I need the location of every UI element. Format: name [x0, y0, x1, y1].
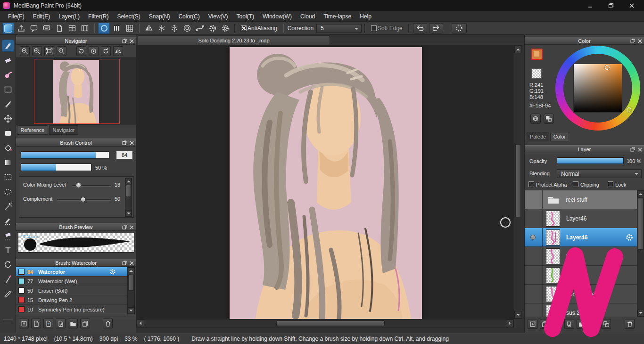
brush-row[interactable]: 77 Watercolor (Wet) [16, 277, 127, 286]
edit-brush-button[interactable] [56, 319, 66, 328]
smudge-tool[interactable] [2, 69, 14, 81]
restore-button[interactable] [601, 0, 621, 11]
soft-edge-checkbox[interactable] [371, 25, 377, 31]
magic-wand-tool[interactable] [2, 200, 14, 213]
scroll-up-button[interactable] [125, 178, 132, 184]
protect-alpha-checkbox[interactable] [528, 181, 534, 187]
workspace-button[interactable] [79, 23, 91, 34]
menu-help[interactable]: Help [355, 11, 376, 22]
toolstrip-grip[interactable] [3, 319, 13, 321]
float-panel-icon[interactable] [630, 38, 636, 44]
tab-navigator[interactable]: Navigator [49, 125, 78, 135]
canvas-artwork[interactable] [230, 47, 422, 319]
move-tool[interactable] [2, 113, 14, 125]
stylus-tool[interactable] [2, 273, 14, 286]
settings-gear-button[interactable] [219, 23, 231, 34]
gradient-tool[interactable] [2, 156, 14, 169]
brush-row[interactable]: 50 Eraser (Soft) [16, 286, 127, 295]
scroll-thumb[interactable] [515, 144, 521, 217]
color-mixing-slider[interactable] [72, 185, 111, 187]
nav-zoom-in-button[interactable] [32, 46, 42, 56]
chat-panel-button[interactable] [41, 23, 52, 34]
float-panel-icon[interactable] [122, 38, 127, 44]
undo-button[interactable] [413, 23, 427, 33]
complement-slider[interactable] [57, 199, 111, 201]
tab-color[interactable]: Color [550, 132, 569, 141]
transparent-color-swatch[interactable] [531, 68, 542, 79]
nav-zoom-out-button[interactable] [20, 46, 30, 56]
close-panel-icon[interactable] [637, 147, 643, 152]
nav-fit-button[interactable] [44, 46, 54, 56]
brush-size-slider[interactable] [21, 151, 109, 159]
tab-reference[interactable]: Reference [17, 125, 48, 135]
add-brush-button[interactable] [31, 319, 41, 328]
brush-row[interactable]: 84 Watercolor [16, 267, 127, 277]
delete-brush-button[interactable] [103, 319, 113, 328]
pen-tool[interactable] [2, 98, 14, 110]
menu-file[interactable]: File(F) [4, 11, 29, 22]
menu-timelapse[interactable]: Time-lapse [319, 11, 355, 22]
document-tab[interactable]: Solo Doodling 2.20.23 to_.mdp [138, 35, 330, 45]
nav-rotate-reset-button[interactable] [89, 46, 99, 56]
swap-colors-button[interactable] [544, 114, 554, 124]
menu-tool[interactable]: Tool(T) [232, 11, 258, 22]
scroll-up-button[interactable] [514, 46, 522, 53]
brush-row[interactable]: 10 Symmetry Pen (no pressure) [16, 305, 127, 314]
menu-color[interactable]: Color(C) [174, 11, 204, 22]
web-color-button[interactable] [530, 114, 541, 124]
curve-button[interactable] [194, 23, 206, 34]
float-panel-icon[interactable] [122, 224, 127, 230]
copy-brush-button[interactable] [80, 319, 90, 328]
menu-cloud[interactable]: Cloud [296, 11, 319, 22]
rotate-view-tool[interactable] [2, 259, 14, 271]
tone-button[interactable] [111, 23, 123, 34]
frame-tool[interactable] [2, 83, 14, 96]
layer-row-folder[interactable]: reel stuff [525, 190, 637, 209]
lock-checkbox[interactable] [608, 181, 613, 187]
close-panel-icon[interactable] [129, 140, 134, 146]
scroll-left-button[interactable] [137, 319, 144, 327]
layer-opacity-slider[interactable] [557, 157, 624, 164]
scroll-right-button[interactable] [506, 319, 513, 327]
tab-palette[interactable]: Palette [527, 132, 549, 141]
nav-rotate-cw-button[interactable] [101, 46, 111, 56]
add-layer-button[interactable] [528, 319, 537, 329]
brush-tool[interactable] [2, 40, 14, 52]
brush-folder-button[interactable] [68, 319, 78, 328]
scroll-up-button[interactable] [637, 191, 644, 197]
material-gear-button[interactable] [206, 23, 218, 34]
brush-params-scrollbar[interactable] [125, 178, 132, 217]
correction-dropdown[interactable]: 5 [316, 24, 362, 33]
canvas-viewport[interactable] [136, 45, 514, 319]
float-panel-icon[interactable] [122, 140, 127, 146]
scroll-up-button[interactable] [128, 268, 134, 274]
layer-gutter[interactable] [525, 190, 543, 209]
ruler-tool[interactable] [2, 288, 14, 300]
redo-button[interactable] [429, 23, 443, 33]
close-panel-icon[interactable] [637, 38, 643, 44]
antialiasing-checkbox[interactable] [241, 25, 247, 31]
menu-view[interactable]: View(V) [204, 11, 232, 22]
eraser-tool[interactable] [2, 54, 14, 66]
scroll-down-button[interactable] [514, 311, 522, 319]
navigator-view[interactable] [16, 57, 136, 125]
brush-mode-button[interactable] [2, 23, 14, 34]
close-panel-icon[interactable] [129, 38, 134, 44]
scroll-thumb[interactable] [126, 185, 131, 197]
brush-opacity-slider[interactable] [21, 164, 91, 171]
float-panel-icon[interactable] [630, 147, 636, 152]
brush-shape-circle-button[interactable] [98, 23, 110, 34]
color-wheel[interactable] [555, 46, 640, 131]
foreground-color-swatch[interactable] [531, 49, 543, 60]
text-tool[interactable] [2, 244, 14, 256]
scroll-down-button[interactable] [125, 210, 132, 216]
menu-layer[interactable]: Layer(L) [54, 11, 84, 22]
split-view-button[interactable] [66, 23, 78, 34]
canvas-vscrollbar[interactable] [514, 45, 522, 319]
upload-brush-button[interactable] [19, 319, 29, 328]
document-button[interactable] [53, 23, 65, 34]
close-panel-icon[interactable] [129, 224, 134, 230]
close-panel-icon[interactable] [129, 260, 134, 266]
brush-list-scrollbar[interactable] [127, 267, 135, 314]
nav-actual-size-button[interactable] [57, 46, 66, 56]
